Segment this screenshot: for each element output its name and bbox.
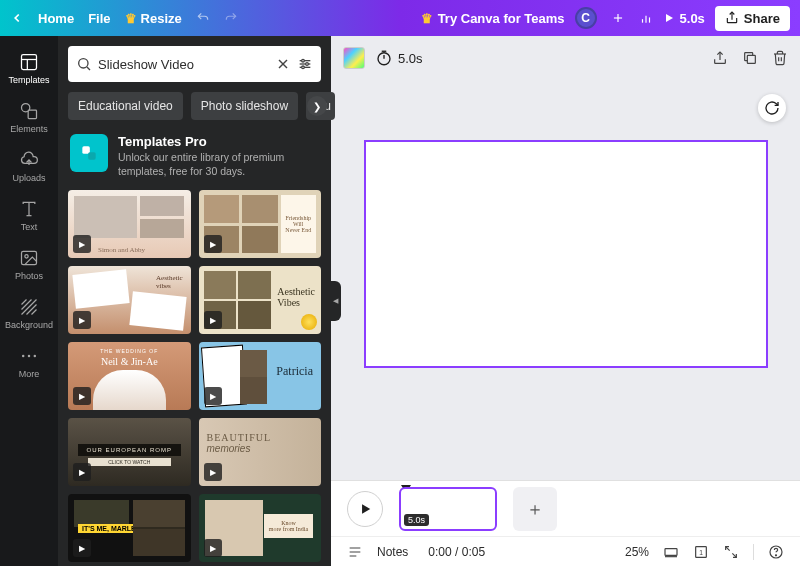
template-thumb[interactable]: THE WEDDING OFNeil & Jin-Ae▶ — [68, 342, 191, 410]
play-icon: ▶ — [73, 539, 91, 557]
svg-line-19 — [27, 305, 37, 315]
svg-rect-7 — [22, 55, 37, 70]
template-thumb[interactable]: OUR EUROPEAN ROMPCLICK TO WATCH▶ — [68, 418, 191, 486]
sidenav-item-templates[interactable]: Templates — [0, 44, 58, 93]
timeline-thumb[interactable]: 5.0s — [399, 487, 497, 531]
play-icon: ▶ — [73, 311, 91, 329]
svg-rect-43 — [665, 548, 677, 555]
duration-label: 5.0s — [680, 11, 705, 26]
svg-marker-42 — [362, 504, 370, 513]
template-thumb[interactable]: Simon and Abby▶ — [68, 190, 191, 258]
help-icon[interactable] — [768, 544, 784, 560]
chip[interactable]: Educational video — [68, 92, 183, 120]
file-button[interactable]: File — [88, 11, 110, 26]
avatar[interactable]: C — [575, 7, 597, 29]
share-button[interactable]: Share — [715, 6, 790, 31]
chip[interactable]: Photo slideshow — [191, 92, 298, 120]
filter-icon[interactable] — [297, 56, 313, 72]
chip-scroll-right[interactable]: ❯ — [307, 96, 327, 116]
sidenav-label: Templates — [8, 75, 49, 85]
svg-line-16 — [22, 300, 27, 305]
thumb-duration: 5.0s — [404, 514, 429, 526]
svg-line-17 — [22, 300, 32, 310]
template-thumb[interactable]: AestheticVibes▶ — [199, 266, 322, 334]
sidenav-label: More — [19, 369, 40, 379]
search-input[interactable] — [98, 57, 269, 72]
play-icon: ▶ — [204, 235, 222, 253]
resize-label: Resize — [141, 11, 182, 26]
zoom-level[interactable]: 25% — [625, 545, 649, 559]
sidenav-item-elements[interactable]: Elements — [0, 93, 58, 142]
clear-icon[interactable] — [275, 56, 291, 72]
crown-icon: ♛ — [421, 11, 433, 26]
export-icon[interactable] — [712, 50, 728, 66]
crown-icon: ♛ — [125, 11, 137, 26]
add-member-button[interactable] — [607, 7, 629, 29]
svg-rect-35 — [88, 152, 96, 160]
chip-row: Educational video Photo slideshow Bu ❯ — [58, 92, 331, 130]
add-page-button[interactable]: ＋ — [513, 487, 557, 531]
slider-view-icon[interactable] — [663, 544, 679, 560]
notes-icon[interactable] — [347, 544, 363, 560]
chevron-left-icon[interactable] — [10, 11, 24, 25]
svg-rect-14 — [22, 251, 37, 264]
svg-point-23 — [34, 355, 37, 358]
template-thumb[interactable]: Friendship WillNever End▶ — [199, 190, 322, 258]
templates-pro-banner[interactable]: Templates Pro Unlock our entire library … — [58, 130, 331, 190]
svg-point-15 — [25, 255, 28, 258]
reload-button[interactable] — [758, 94, 786, 122]
redo-icon[interactable] — [224, 11, 238, 25]
sidenav-item-uploads[interactable]: Uploads — [0, 142, 58, 191]
search-icon — [76, 56, 92, 72]
svg-point-33 — [302, 66, 305, 69]
svg-point-21 — [22, 355, 25, 358]
notes-button[interactable]: Notes — [377, 545, 408, 559]
play-icon: ▶ — [73, 387, 91, 405]
try-teams-label: Try Canva for Teams — [438, 11, 565, 26]
animate-button[interactable]: 5.0s — [375, 49, 423, 67]
play-icon: ▶ — [204, 463, 222, 481]
sidenav-label: Elements — [10, 124, 48, 134]
svg-text:1: 1 — [699, 548, 703, 555]
sidenav-item-text[interactable]: Text — [0, 191, 58, 240]
clock-icon — [375, 49, 393, 67]
sidenav-label: Text — [21, 222, 38, 232]
canvas-area: 5.0s — [331, 36, 800, 566]
pro-subtitle: Unlock our entire library of premium tem… — [118, 151, 319, 178]
slide[interactable] — [364, 140, 768, 368]
pro-badge-icon — [70, 134, 108, 172]
pro-title: Templates Pro — [118, 134, 319, 149]
play-icon: ▶ — [204, 539, 222, 557]
duplicate-icon[interactable] — [742, 50, 758, 66]
svg-point-50 — [775, 554, 776, 555]
template-thumb[interactable]: Knowmore from India▶ — [199, 494, 322, 562]
canvas-toolbar: 5.0s — [331, 36, 800, 80]
sidenav-item-background[interactable]: Background — [0, 289, 58, 338]
sidenav-item-more[interactable]: More — [0, 338, 58, 387]
timeline-play-button[interactable] — [347, 491, 383, 527]
fullscreen-icon[interactable] — [723, 544, 739, 560]
svg-point-22 — [28, 355, 31, 358]
svg-marker-5 — [666, 14, 673, 22]
sidenav-label: Background — [5, 320, 53, 330]
color-picker[interactable] — [343, 47, 365, 69]
templates-panel: Educational video Photo slideshow Bu ❯ T… — [58, 36, 331, 566]
template-thumb[interactable]: IT'S ME, MARLEY!▶ — [68, 494, 191, 562]
home-button[interactable]: Home — [38, 11, 74, 26]
sidenav-item-photos[interactable]: Photos — [0, 240, 58, 289]
topbar: Home File ♛ Resize ♛ Try Canva for Teams… — [0, 0, 800, 36]
delete-icon[interactable] — [772, 50, 788, 66]
search-box[interactable] — [68, 46, 321, 82]
svg-point-24 — [79, 59, 88, 68]
try-teams-button[interactable]: ♛ Try Canva for Teams — [421, 11, 565, 26]
present-button[interactable]: 5.0s — [663, 11, 705, 26]
template-thumb[interactable]: Aestheticvibes▶ — [68, 266, 191, 334]
undo-icon[interactable] — [196, 11, 210, 25]
timeline-time: 0:00 / 0:05 — [428, 545, 485, 559]
grid-view-icon[interactable]: 1 — [693, 544, 709, 560]
template-thumb[interactable]: Patricia▶ — [199, 342, 322, 410]
analytics-icon[interactable] — [639, 11, 653, 25]
resize-button[interactable]: ♛ Resize — [125, 11, 182, 26]
template-thumb[interactable]: BEAUTIFULmemories▶ — [199, 418, 322, 486]
svg-rect-11 — [28, 110, 36, 118]
